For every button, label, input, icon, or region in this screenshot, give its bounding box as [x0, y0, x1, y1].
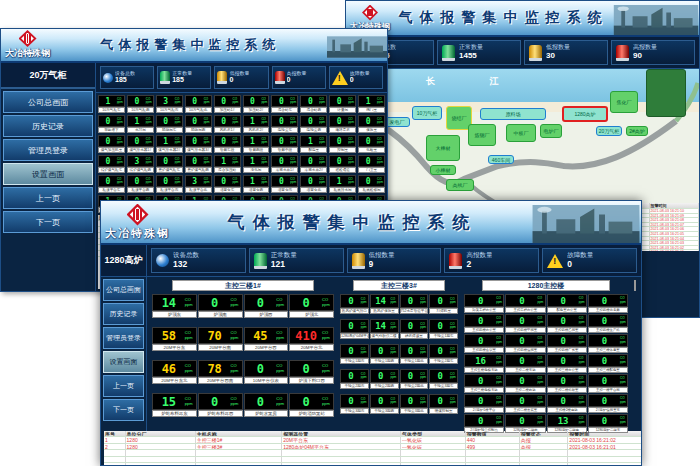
sidebar-nav-button[interactable]: 历史记录 [3, 115, 93, 137]
detector-location-label: 20M平台北 [289, 344, 334, 351]
gas-unit: COppm [496, 377, 503, 384]
detector-row: 0 COppm 干除尘1期南 0 COppm 干除尘1期西 [340, 344, 458, 364]
gas-reading-value: 0 [548, 336, 579, 346]
detector-cell: 0 COppm 脱硫间西 [185, 115, 212, 133]
gas-reading-value: 0 [99, 117, 117, 126]
detector-location-label: 干除尘1期北 [400, 358, 429, 364]
status-tile: 高报数量2 [444, 248, 539, 273]
gas-unit: COppm [377, 178, 384, 185]
detector-row: 1 COppm 10万气柜东 0 COppm 10万气柜西 [98, 95, 385, 113]
map-block[interactable]: 2#高炉 [626, 126, 648, 136]
detector-cell: 45 COppm 20M平台西 [244, 327, 289, 351]
gas-unit: COppm [420, 298, 427, 305]
gas-unit: COppm [146, 98, 153, 105]
sidebar-nav-button[interactable]: 历史记录 [103, 303, 144, 325]
map-block[interactable]: 焦化厂 [610, 91, 638, 113]
map-block[interactable]: 20万气柜 [596, 126, 622, 136]
status-label: 设备总数 [173, 251, 199, 259]
map-block-1280-blast-furnace[interactable]: 1280高炉 [562, 106, 608, 122]
detector-row: 0 COppm 转炉煤气柜东 3 COppm 转炉煤气柜西 [98, 155, 385, 173]
map-block[interactable]: 原料场 [480, 108, 546, 120]
detector-cell: 0 COppm 门卫室 [358, 155, 385, 173]
map-block[interactable]: 高线厂 [446, 179, 474, 191]
gas-reading-value: 0 [330, 97, 348, 106]
current-page-label: 20万气柜 [1, 63, 95, 89]
gas-unit: COppm [231, 298, 242, 307]
detector-cell: 0 COppm 管廊中段 [271, 135, 298, 153]
gas-unit: COppm [377, 158, 384, 165]
detector-location-label: 计量间 [329, 107, 356, 113]
sidebar-nav-button[interactable]: 上一页 [103, 375, 144, 397]
gas-unit: COppm [146, 118, 153, 125]
detector-location-label: 风机房2# [243, 127, 270, 133]
sidebar-nav-button[interactable]: 下一页 [103, 399, 144, 421]
gas-unit: COppm [175, 138, 182, 145]
detector-location-label: 主控二楼东边 [505, 367, 545, 373]
detector-cell: 0 COppm 干除尘2期东 [429, 344, 458, 364]
gas-reading-value: 0 [301, 97, 319, 106]
sidebar-nav-button[interactable]: 下一页 [3, 211, 93, 233]
detector-location-label: 焦炉煤气柜东 [156, 167, 183, 173]
map-block[interactable]: 460车间 [488, 155, 514, 164]
status-value: 121 [271, 259, 297, 270]
detector-location-label: 磅房焊接室 [400, 333, 429, 339]
gas-reading-value: 0 [301, 177, 319, 186]
detector-row: 58 COppm 20M平台东 70 COppm 20M平台南 [152, 327, 334, 351]
detector-cell: 0 COppm 巡检通道 [329, 155, 356, 173]
map-block[interactable]: 10万气柜 [412, 106, 442, 120]
gas-reading-value: 0 [157, 177, 175, 186]
map-block[interactable]: 炼钢厂 [468, 124, 496, 146]
sidebar-nav-button[interactable]: 上一页 [3, 187, 93, 209]
detector-location-label: 主控三楼休息室 [588, 347, 628, 353]
gas-reading-value: 0 [272, 117, 290, 126]
detector-location-label: 配电室 [300, 147, 327, 153]
detector-cell: 0 COppm 加压站2# [243, 95, 270, 113]
detector-cell: 70 COppm 20M平台南 [198, 327, 243, 351]
map-block[interactable]: 电炉厂 [540, 124, 562, 138]
detector-cell: 1 COppm 阀门室 [358, 95, 385, 113]
sidebar-nav-button[interactable]: 公司总画面 [3, 91, 93, 113]
gas-reading-value: 1 [99, 97, 117, 106]
gas-reading-value: 46 [153, 362, 185, 376]
detector-cell: 0 COppm 主控四楼北走廊 [588, 294, 628, 313]
detector-location-label: 20M平台南 [198, 344, 243, 351]
gas-unit: COppm [348, 138, 355, 145]
map-block[interactable]: 中板厂 [506, 124, 536, 142]
detector-location-label: 炉前消防泵站 [289, 410, 334, 417]
gas-unit: COppm [538, 417, 545, 424]
detector-cell: 0 COppm 主控二楼贵宾室 [505, 394, 545, 413]
detector-cell: 1 COppm 混合加压站 [214, 155, 241, 173]
detector-cell: 0 COppm 活塞仓南 [271, 175, 298, 193]
detector-cell: 0 COppm 2#高炉1楼平台 [464, 394, 504, 413]
detector-cell: 0 COppm 柜顶平台南 [156, 175, 183, 193]
status-icon [103, 73, 113, 83]
gas-unit: COppm [579, 377, 586, 384]
detector-cell: 15 COppm 炉前布料器东 [152, 393, 197, 417]
gas-reading-value: 14 [153, 296, 185, 310]
status-label: 高报数量 [633, 44, 657, 52]
map-block[interactable]: 大棒材 [426, 135, 460, 161]
gas-unit: COppm [620, 397, 627, 404]
map-block[interactable]: 小棒材 [430, 165, 456, 175]
gas-reading-value: 0 [589, 376, 620, 386]
gas-reading-value: 0 [359, 117, 377, 126]
gas-reading-value: 0 [401, 371, 421, 381]
sidebar-nav-button[interactable]: 公司总画面 [103, 279, 144, 301]
detector-row: 0 COppm 主控三楼电梯东边 0 COppm 主控二楼西边 [464, 374, 628, 393]
detector-row: 0 COppm 主控四楼会议室 0 COppm 主控四楼值班室 [464, 334, 628, 353]
sidebar-nav-button[interactable]: 管理员登录 [103, 327, 144, 349]
sidebar-nav-button[interactable]: 管理员登录 [3, 139, 93, 161]
status-tile: 故障数量0 [542, 248, 637, 273]
detector-location-label: 活塞仓西 [243, 187, 270, 193]
status-icon [332, 71, 348, 85]
detector-location-label: 炉前布料器西 [198, 410, 243, 417]
gas-unit: COppm [377, 98, 384, 105]
gas-reading-value: 0 [359, 137, 377, 146]
factory-photo [613, 5, 699, 35]
sidebar-nav-button[interactable]: 设置画面 [103, 351, 144, 373]
detector-location-label: 7#焊机室 [429, 308, 458, 314]
sidebar-nav-button[interactable]: 设置画面 [3, 163, 93, 185]
detector-cell: 0 COppm 配电室办公室 [547, 294, 587, 313]
gas-unit: COppm [322, 364, 333, 373]
status-tile: 故障数量0 [329, 66, 383, 89]
